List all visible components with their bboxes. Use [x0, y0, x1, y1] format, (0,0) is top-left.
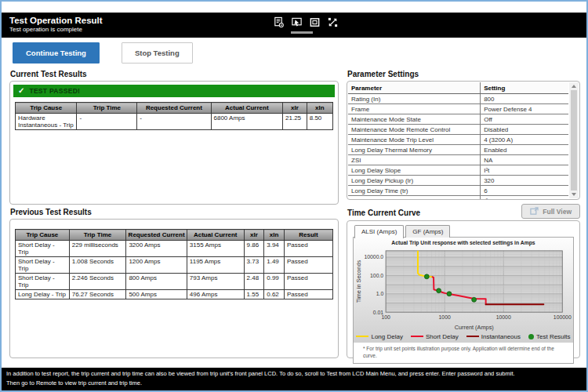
- column-header: Requested Current: [126, 230, 187, 241]
- table-cell: Passed: [284, 274, 332, 290]
- test-point: [447, 292, 452, 296]
- table-cell: 9.86: [244, 241, 264, 257]
- svg-text:100000: 100000: [554, 314, 572, 320]
- column-header: Trip Time: [69, 230, 126, 241]
- table-cell: Long Delay Thermal Memory: [348, 145, 481, 155]
- scroll-up-icon[interactable]: [572, 85, 576, 88]
- column-header: xIn: [307, 103, 332, 114]
- footer-line-2: Then go to Remote to view trip current a…: [6, 379, 582, 388]
- table-row: Long Delay Time (tr)6: [348, 186, 568, 196]
- table-cell: Passed: [284, 241, 332, 257]
- window-icon[interactable]: [307, 14, 321, 30]
- stop-testing-button[interactable]: Stop Testing: [122, 42, 193, 64]
- table-cell: Passed: [284, 257, 332, 274]
- current-results-heading: Current Test Results: [10, 70, 339, 78]
- table-cell: Hardware Instantaneous - Trip: [16, 114, 77, 130]
- table-cell: 496 Amps: [187, 290, 244, 299]
- table-cell: 2.48: [244, 274, 264, 290]
- previous-results-table: Trip CauseTrip TimeRequested CurrentActu…: [15, 229, 333, 299]
- full-view-label: Full View: [543, 208, 572, 216]
- column-header: Trip Cause: [16, 103, 77, 114]
- table-header-row: ParameterSetting: [348, 82, 568, 94]
- table-cell: I²t: [481, 196, 568, 201]
- tcc-heading: Time Current Curve: [347, 209, 420, 217]
- test-passed-banner: ✓ TEST PASSED!: [13, 85, 335, 97]
- parameter-settings-panel: ParameterSettingRating (In)800FramePower…: [347, 81, 580, 200]
- column-header: xIr: [244, 230, 264, 241]
- test-point: [424, 274, 429, 279]
- column-header: Parameter: [348, 82, 481, 94]
- table-row: Short Delay - Trip2.246 Seconds800 Amps7…: [16, 274, 333, 290]
- table-cell: 1.55: [244, 290, 264, 299]
- legend-label: Instantaneous: [481, 333, 521, 340]
- table-cell: Long Delay - Trip: [16, 290, 70, 299]
- svg-text:1000: 1000: [439, 314, 451, 320]
- svg-text:100.0: 100.0: [370, 273, 383, 278]
- pointer-icon[interactable]: [289, 14, 303, 30]
- column-header: Result: [284, 230, 332, 241]
- table-cell: Short Delay - Trip: [16, 257, 70, 274]
- table-row: Maintenance Mode Remote ControlDisabled: [348, 125, 568, 135]
- legend-swatch-line: [466, 336, 479, 338]
- full-view-icon: [530, 207, 539, 216]
- table-cell: Passed: [284, 290, 332, 299]
- footer-note: In addition to test report, the trip cur…: [2, 368, 586, 390]
- table-row: ZSINA: [348, 155, 568, 165]
- tab-gf-amps[interactable]: GF (Amps): [405, 225, 450, 238]
- table-cell: 3200 Amps: [126, 241, 187, 257]
- table-cell: Long Delay Time (tr): [348, 186, 481, 196]
- continue-testing-button[interactable]: Continue Testing: [13, 42, 100, 64]
- table-cell: -: [77, 114, 137, 130]
- table-cell: 3.94: [264, 241, 285, 257]
- tcc-chart-area: Actual Trip Unit response with selected …: [353, 237, 574, 364]
- table-cell: 2.246 Seconds: [69, 274, 126, 290]
- table-cell: 0.62: [264, 290, 285, 299]
- current-results-table: Trip CauseTrip TimeRequested CurrentActu…: [15, 102, 333, 130]
- table-cell: 800 Amps: [126, 274, 187, 290]
- table-cell: 500 Amps: [126, 290, 187, 299]
- column-header: xIr: [283, 103, 307, 114]
- column-header: Trip Cause: [16, 230, 70, 241]
- table-cell: 229 milliseconds: [69, 241, 126, 257]
- table-row: Long Delay SlopeI²t: [348, 165, 568, 176]
- table-cell: 3.73: [244, 257, 264, 274]
- parameter-scrollbar[interactable]: [569, 82, 579, 198]
- tab-alsi-amps[interactable]: ALSI (Amps): [354, 225, 404, 238]
- chart-title: Actual Trip Unit response with selected …: [354, 238, 573, 246]
- test-point: [472, 297, 477, 302]
- table-cell: 320: [481, 176, 568, 186]
- tcc-panel: ALSI (Amps) GF (Amps) Actual Trip Unit r…: [347, 220, 580, 358]
- svg-text:0.01: 0.01: [373, 310, 384, 315]
- table-header-row: Trip CauseTrip TimeRequested CurrentActu…: [16, 103, 333, 114]
- svg-text:Time in Seconds: Time in Seconds: [355, 260, 362, 303]
- parameter-settings-table: ParameterSettingRating (In)800FramePower…: [348, 82, 568, 200]
- current-results-panel: ✓ TEST PASSED! Trip CauseTrip TimeReques…: [9, 81, 339, 205]
- table-cell: Power Defense 4: [481, 104, 568, 114]
- right-column: Parameter Settings ParameterSettingRatin…: [347, 67, 580, 365]
- tcc-chart: 1001000100001000000.011.0100.010000.0Cur…: [354, 246, 573, 332]
- arrows-icon[interactable]: [325, 14, 339, 30]
- table-cell: 1195 Amps: [187, 257, 244, 274]
- tcc-legend: Long DelayShort DelayInstantaneousTest R…: [354, 332, 573, 343]
- full-view-button[interactable]: Full View: [521, 204, 580, 219]
- table-cell: -: [137, 114, 211, 130]
- table-cell: Maintenance Mode Trip Level: [348, 135, 481, 145]
- table-header-row: Trip CauseTrip TimeRequested CurrentActu…: [16, 230, 333, 241]
- action-bar: Continue Testing Stop Testing: [2, 38, 586, 67]
- column-header: Requested Current: [137, 103, 211, 114]
- column-header: xIn: [264, 230, 285, 241]
- parameter-settings-heading: Parameter Settings: [347, 70, 580, 78]
- table-cell: 1.008 Seconds: [69, 257, 126, 274]
- legend-label: Long Delay: [371, 333, 402, 340]
- report-icon[interactable]: [271, 14, 285, 30]
- table-cell: NA: [481, 155, 568, 165]
- test-point: [437, 289, 441, 293]
- chart-footnote: * For trip unit set points illustration …: [354, 343, 573, 364]
- test-passed-label: TEST PASSED!: [29, 87, 80, 95]
- legend-item: Long Delay: [356, 333, 402, 340]
- scroll-down-icon[interactable]: [572, 193, 576, 196]
- app-window: Test Operation Result Test operation is …: [0, 0, 588, 392]
- scrollbar-thumb[interactable]: [571, 90, 577, 191]
- column-header: Setting: [481, 82, 568, 94]
- table-cell: I²t: [481, 165, 568, 176]
